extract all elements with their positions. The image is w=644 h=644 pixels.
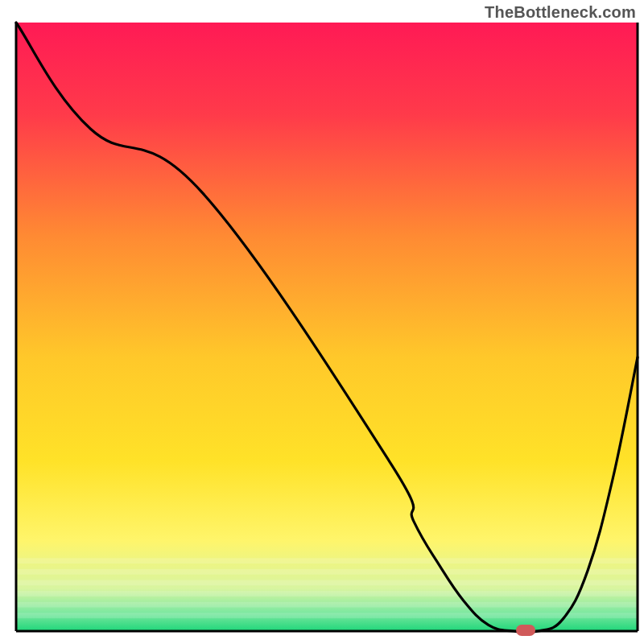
band xyxy=(16,580,638,585)
watermark-text: TheBottleneck.com xyxy=(485,3,636,22)
band xyxy=(16,569,638,575)
current-config-marker xyxy=(516,625,535,636)
gradient-background xyxy=(16,23,638,631)
band xyxy=(16,591,638,597)
chart-container: TheBottleneck.com xyxy=(0,0,644,644)
bottleneck-chart xyxy=(0,0,644,644)
band xyxy=(16,602,638,608)
band xyxy=(16,613,638,618)
band xyxy=(16,558,638,564)
